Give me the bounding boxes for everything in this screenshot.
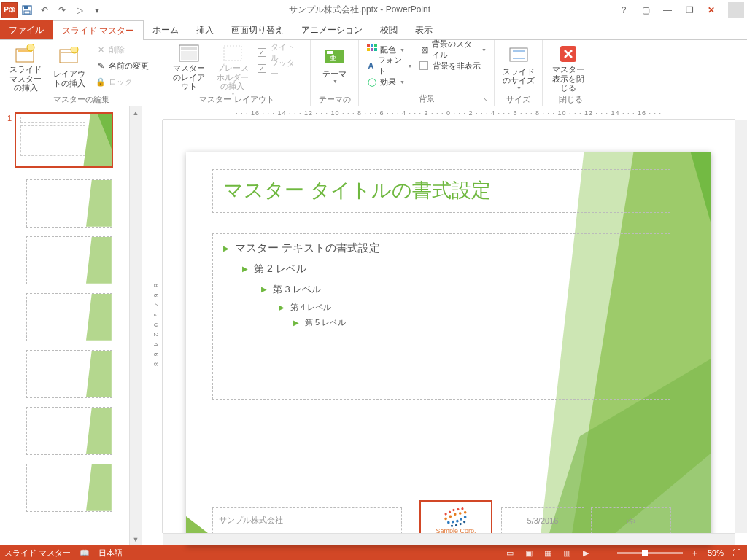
svg-point-38 (448, 510, 451, 513)
rename-icon: ✎ (95, 60, 107, 71)
ribbon: スライド マスターの挿入 レイアウトの挿入 ✕削除 ✎名前の変更 🔒ロック マス… (0, 39, 747, 106)
effects-icon: ◯ (366, 76, 378, 88)
tab-animations[interactable]: アニメーション (293, 20, 371, 39)
minimize-button[interactable]: — (658, 3, 677, 18)
svg-point-53 (455, 524, 458, 526)
vertical-scrollbar[interactable] (735, 120, 747, 533)
dialog-launcher-icon[interactable]: ↘ (481, 96, 489, 104)
save-button[interactable] (19, 2, 35, 18)
title-bar: P③ ↶ ↷ ▷ ▾ サンプル株式会社.pptx - PowerPoint ? … (0, 0, 747, 20)
delete-button: ✕削除 (92, 42, 152, 58)
spellcheck-icon[interactable]: 📖 (80, 548, 90, 558)
themes-icon: 亜 (323, 44, 347, 68)
help-button[interactable]: ? (614, 3, 633, 18)
svg-point-50 (460, 517, 463, 521)
quick-access-toolbar: P③ ↶ ↷ ▷ ▾ (0, 2, 105, 18)
date-placeholder[interactable]: 5/3/2016 (501, 508, 584, 534)
slide-sorter-button[interactable]: ▦ (541, 547, 554, 559)
bullet-icon: ▶ (261, 285, 267, 293)
vertical-ruler[interactable]: 8 6 4 2 0 2 4 6 8 (150, 120, 163, 533)
svg-point-43 (449, 515, 452, 518)
zoom-slider[interactable] (617, 552, 683, 554)
svg-text:亜: 亜 (330, 54, 336, 61)
svg-point-47 (447, 521, 451, 524)
master-thumbnail[interactable]: 1 (3, 112, 127, 168)
svg-marker-28 (86, 294, 112, 341)
body-level-4: 第 4 レベル (290, 302, 331, 313)
layout-thumbnail[interactable] (26, 236, 112, 284)
insert-layout-button[interactable]: レイアウトの挿入 (48, 42, 90, 93)
account-avatar[interactable] (728, 2, 744, 18)
reading-view-button[interactable]: ▥ (560, 547, 573, 559)
slide-size-button[interactable]: スライドのサイズ▼ (499, 42, 538, 93)
effects-button[interactable]: ◯効果▼ (363, 74, 415, 90)
svg-point-41 (461, 507, 464, 510)
themes-button[interactable]: 亜 テーマ▼ (315, 42, 354, 93)
svg-rect-20 (371, 48, 374, 51)
group-label-close: 閉じる (547, 93, 594, 106)
tab-insert[interactable]: 挿入 (187, 20, 222, 39)
svg-point-49 (456, 519, 460, 523)
footer-placeholder[interactable]: サンプル株式会社 (212, 508, 402, 534)
group-master-layout: マスターのレイアウト プレースホルダーの挿入▼ ✓タイトル ✓フッター マスター… (163, 40, 311, 106)
layout-thumbnail[interactable] (26, 179, 112, 228)
qat-customize-button[interactable]: ▾ (89, 2, 105, 18)
tab-slide-master[interactable]: スライド マスター (53, 20, 144, 40)
thumbnail-scrollbar[interactable]: ▲ ▼ (129, 106, 142, 545)
undo-button[interactable]: ↶ (36, 2, 53, 18)
zoom-out-button[interactable]: − (598, 547, 611, 559)
redo-button[interactable]: ↷ (54, 2, 70, 18)
fit-to-window-button[interactable]: ⛶ (729, 547, 743, 559)
status-language[interactable]: 日本語 (98, 548, 123, 559)
svg-point-46 (463, 510, 467, 514)
delete-icon: ✕ (95, 44, 107, 55)
svg-point-51 (463, 515, 467, 518)
layout-thumbnail[interactable] (26, 293, 112, 341)
checkbox-icon: ✓ (258, 64, 266, 73)
fonts-button[interactable]: Aフォント▼ (363, 58, 415, 74)
horizontal-scrollbar[interactable] (163, 533, 735, 545)
svg-marker-27 (86, 237, 112, 284)
ribbon-display-options-button[interactable]: ▢ (636, 3, 655, 18)
hide-bg-checkbox[interactable]: 背景を非表示 (417, 58, 489, 74)
zoom-in-button[interactable]: ＋ (689, 547, 702, 559)
bg-styles-icon: ▧ (419, 44, 429, 55)
tab-review[interactable]: 校閲 (371, 20, 406, 39)
restore-button[interactable]: ❐ (680, 3, 699, 18)
tab-home[interactable]: ホーム (144, 20, 187, 39)
notes-button[interactable]: ▭ (503, 547, 516, 559)
group-label-edit-master: マスターの編集 (4, 93, 158, 106)
slideshow-button[interactable]: ▶ (579, 547, 592, 559)
normal-view-button[interactable]: ▣ (522, 547, 535, 559)
start-from-beginning-button[interactable]: ▷ (71, 2, 88, 18)
slide-master[interactable]: マスター タイトルの書式設定 ▶マスター テキストの書式設定 ▶第 2 レベル … (186, 152, 711, 545)
slide-number-placeholder[interactable]: ‹#› (591, 508, 671, 534)
close-master-view-button[interactable]: マスター表示を閉じる (547, 42, 589, 93)
svg-rect-12 (224, 46, 241, 61)
scroll-down-icon[interactable]: ▼ (130, 533, 142, 545)
group-edit-master: スライド マスターの挿入 レイアウトの挿入 ✕削除 ✎名前の変更 🔒ロック マス… (0, 40, 163, 106)
scroll-up-icon[interactable]: ▲ (130, 106, 142, 119)
thumbnail-panel: 1 ▲ ▼ (0, 106, 142, 545)
chevron-down-icon: ▼ (516, 85, 522, 91)
master-layout-button[interactable]: マスターのレイアウト (168, 42, 210, 93)
tab-file[interactable]: ファイル (0, 20, 53, 39)
layout-thumbnail[interactable] (26, 407, 112, 455)
tab-view[interactable]: 表示 (406, 20, 441, 39)
layout-thumbnail[interactable] (26, 464, 112, 512)
layout-thumbnail[interactable] (26, 350, 112, 398)
close-button[interactable]: ✕ (702, 3, 721, 18)
title-placeholder[interactable]: マスター タイトルの書式設定 (212, 169, 670, 213)
insert-slide-master-button[interactable]: スライド マスターの挿入 (4, 42, 47, 93)
rename-button[interactable]: ✎名前の変更 (92, 58, 152, 74)
body-placeholder[interactable]: ▶マスター テキストの書式設定 ▶第 2 レベル ▶第 3 レベル ▶第 4 レ… (212, 233, 670, 400)
zoom-level[interactable]: 59% (708, 548, 724, 557)
bullet-icon: ▶ (279, 303, 285, 311)
group-label-size: サイズ (499, 93, 538, 106)
canvas[interactable]: マスター タイトルの書式設定 ▶マスター テキストの書式設定 ▶第 2 レベル … (163, 120, 735, 533)
tab-transitions[interactable]: 画面切り替え (222, 20, 293, 39)
background-styles-button[interactable]: ▧背景のスタイル▼ (417, 42, 489, 58)
horizontal-ruler[interactable]: · · · 16 · · · 14 · · · 12 · · · 10 · · … (163, 106, 735, 120)
insert-placeholder-button[interactable]: プレースホルダーの挿入▼ (212, 42, 254, 93)
body-level-1: マスター テキストの書式設定 (235, 241, 380, 255)
